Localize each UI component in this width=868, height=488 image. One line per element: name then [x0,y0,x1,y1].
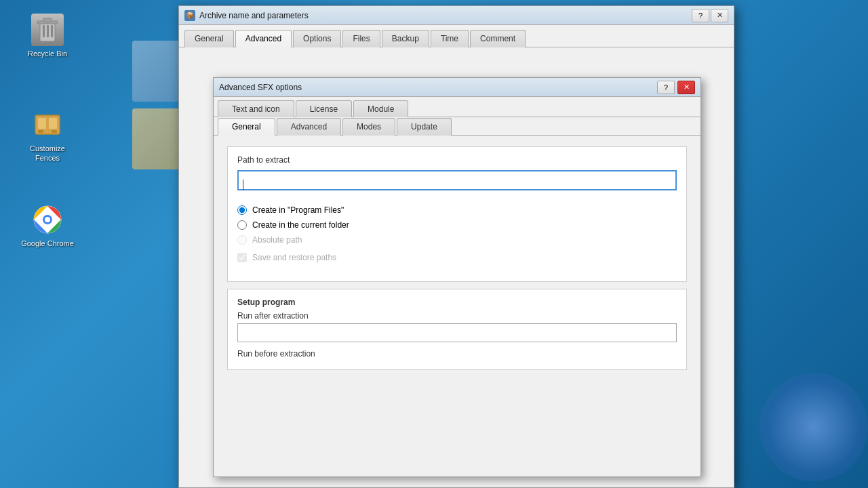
sfx-tab-modes[interactable]: Modes [342,118,395,136]
sfx-tab-advanced[interactable]: Advanced [277,118,341,136]
text-cursor [243,179,243,190]
archive-dialog: 📦 Archive name and parameters ? ✕ Genera… [178,5,734,488]
desktop: Recycle Bin Customize Fences [0,0,868,488]
radio-current-folder[interactable]: Create in the current folder [237,220,677,230]
path-radio-group: Create in "Program Files" Create in the … [237,205,677,245]
archive-dialog-title: Archive name and parameters [199,11,692,20]
tab-advanced[interactable]: Advanced [235,30,292,47]
tab-comment[interactable]: Comment [470,30,526,47]
svg-rect-10 [52,130,57,133]
sfx-close-button[interactable]: ✕ [677,81,695,94]
sfx-tab-update[interactable]: Update [397,118,452,136]
recycle-bin-icon [31,14,64,46]
sfx-titlebar-buttons: ? ✕ [657,81,695,94]
svg-rect-9 [38,130,43,133]
run-before-label: Run before extraction [237,349,677,359]
desktop-icon-chrome[interactable]: Google Chrome [20,203,75,248]
recycle-bin-label: Recycle Bin [28,49,67,58]
tab-time[interactable]: Time [431,30,469,47]
sfx-dialog: Advanced SFX options ? ✕ Text and icon L… [213,77,701,477]
archive-tabs: General Advanced Options Files Backup Ti… [179,25,734,47]
run-after-label: Run after extraction [237,311,677,321]
save-restore-checkbox[interactable]: Save and restore paths [237,253,677,262]
radio-absolute-path[interactable]: Absolute path [237,235,677,245]
archive-close-button[interactable]: ✕ [711,9,728,22]
chrome-icon [31,203,64,236]
svg-rect-3 [51,25,53,37]
path-label: Path to extract [237,155,677,165]
chrome-label: Google Chrome [21,239,74,248]
fences-label: Customize Fences [20,144,75,163]
sfx-tab-license[interactable]: License [296,100,352,117]
sfx-help-button[interactable]: ? [657,81,675,94]
svg-point-14 [45,217,50,222]
setup-program-label: Setup program [237,298,677,307]
svg-rect-5 [43,18,52,22]
tab-general[interactable]: General [184,30,234,47]
decorative-circle [760,373,868,481]
tab-backup[interactable]: Backup [382,30,429,47]
fences-icon [31,108,64,141]
path-input[interactable] [237,170,677,190]
svg-rect-7 [38,118,46,129]
svg-rect-8 [49,118,57,129]
sfx-tab-general[interactable]: General [218,118,275,136]
sfx-content: Path to extract Create in "Program Files… [214,136,701,381]
archive-titlebar-buttons: ? ✕ [692,9,728,22]
archive-title-icon: 📦 [184,10,195,21]
sfx-tabs-row2: General Advanced Modes Update [214,117,701,136]
archive-help-button[interactable]: ? [692,9,709,22]
radio-program-files[interactable]: Create in "Program Files" [237,205,677,215]
tab-files[interactable]: Files [342,30,380,47]
sfx-tab-module[interactable]: Module [353,100,408,117]
desktop-icon-fences[interactable]: Customize Fences [20,108,75,163]
sfx-dialog-title: Advanced SFX options [219,83,657,92]
sfx-tabs-row1: Text and icon License Module [214,97,701,117]
svg-rect-1 [43,25,45,37]
run-after-input[interactable] [237,323,677,342]
archive-dialog-titlebar: 📦 Archive name and parameters ? ✕ [179,6,734,25]
svg-rect-2 [47,25,49,37]
sfx-tab-text-icon[interactable]: Text and icon [218,100,294,117]
tab-options[interactable]: Options [293,30,341,47]
sfx-titlebar: Advanced SFX options ? ✕ [214,78,701,97]
desktop-icon-recycle-bin[interactable]: Recycle Bin [20,14,75,58]
